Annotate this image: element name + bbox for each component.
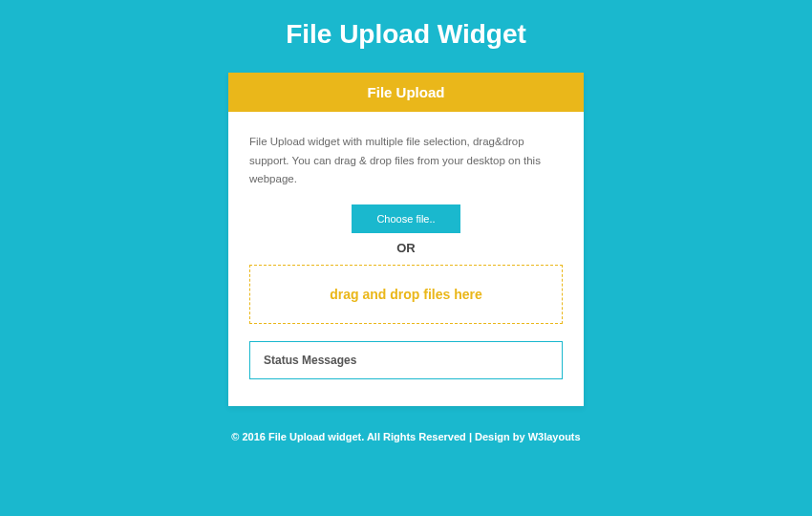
upload-card: File Upload File Upload widget with mult…: [228, 73, 584, 406]
choose-file-button[interactable]: Choose file..: [352, 204, 459, 233]
card-header: File Upload: [228, 73, 584, 112]
status-messages-box: Status Messages: [249, 341, 563, 379]
page-title: File Upload Widget: [286, 19, 526, 50]
choose-file-row: Choose file..: [249, 204, 563, 233]
footer: © 2016 File Upload widget. All Rights Re…: [231, 431, 580, 442]
card-body: File Upload widget with multiple file se…: [228, 112, 584, 406]
dropzone[interactable]: drag and drop files here: [249, 265, 563, 324]
or-separator: OR: [249, 241, 563, 255]
footer-design-link[interactable]: W3layouts: [528, 431, 581, 442]
upload-description: File Upload widget with multiple file se…: [249, 133, 563, 189]
footer-copyright: © 2016 File Upload widget. All Rights Re…: [231, 431, 527, 442]
